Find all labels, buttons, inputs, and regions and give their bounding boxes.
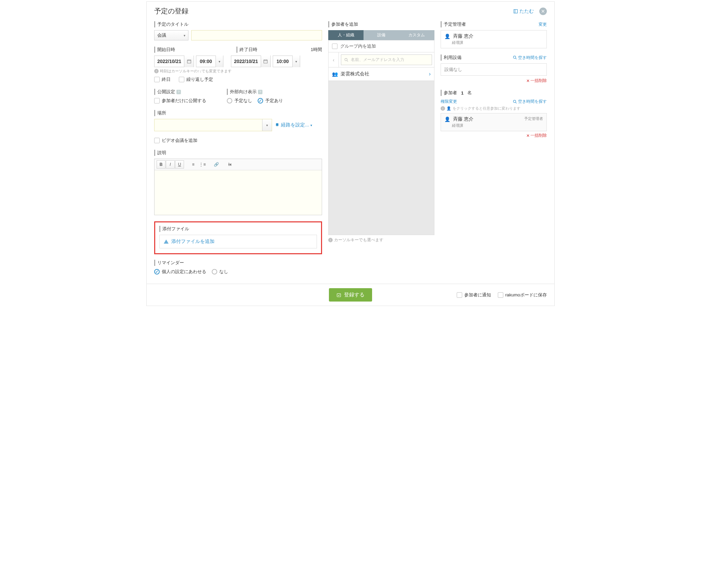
- chevron-down-icon[interactable]: ▾: [216, 56, 223, 67]
- location-label: 場所: [154, 110, 322, 116]
- end-time-input[interactable]: 10:00 ▾: [273, 56, 300, 67]
- unordered-list-button[interactable]: ⋮≡: [198, 160, 207, 169]
- underline-button[interactable]: U: [175, 160, 184, 169]
- reminder-none-radio[interactable]: なし: [212, 269, 228, 275]
- calendar-icon[interactable]: [261, 56, 270, 67]
- tab-equipment[interactable]: 設備: [364, 30, 399, 40]
- participant-card[interactable]: 👤 斉藤 恵介 経理課 予定管理者: [441, 113, 547, 131]
- external-label: 外部向け表示?: [227, 89, 283, 95]
- visibility-label: 公開設定?: [154, 89, 206, 95]
- start-label: 開始日時: [154, 47, 236, 53]
- event-type-select[interactable]: 会議 ▾: [154, 30, 188, 40]
- editor-toolbar: B I U ≡ ⋮≡ 🔗 Ix: [155, 159, 322, 170]
- notify-checkbox[interactable]: 参加者に通知: [457, 292, 491, 298]
- start-time-input[interactable]: 09:00 ▾: [196, 56, 223, 67]
- calendar-check-icon: [336, 293, 341, 297]
- permission-change-link[interactable]: 権限変更: [441, 99, 457, 105]
- chevron-left-icon: ‹: [333, 57, 334, 63]
- start-date-input[interactable]: 2022/10/21: [154, 56, 194, 67]
- description-label: 説明: [154, 150, 322, 156]
- collapse-button[interactable]: たたむ: [513, 8, 534, 14]
- close-icon: ✕: [541, 9, 545, 14]
- route-link[interactable]: 経路を設定... ▾: [275, 122, 312, 128]
- manager-label: 予定管理者 変更: [441, 21, 547, 27]
- register-button[interactable]: 登録する: [329, 288, 372, 302]
- bulk-delete-participants-link[interactable]: ✕ 一括削除: [526, 133, 547, 138]
- external-busy-radio[interactable]: 予定あり: [258, 98, 283, 104]
- title-label: 予定のタイトル: [154, 21, 322, 27]
- search-icon: [344, 58, 349, 62]
- end-date-input[interactable]: 2022/10/21: [231, 56, 271, 67]
- attach-label: 添付ファイル: [159, 226, 317, 232]
- person-icon: 👤: [444, 117, 450, 122]
- svg-point-8: [513, 100, 516, 102]
- help-icon[interactable]: ?: [176, 90, 181, 94]
- equipment-label: 利用設備 空き時間を探す: [441, 54, 547, 61]
- duration-text: 1時間: [311, 47, 322, 53]
- people-icon: 👥: [332, 71, 338, 77]
- organization-row[interactable]: 👥 楽雲株式会社 ›: [328, 68, 434, 81]
- equipment-card: 設備なし: [441, 63, 547, 76]
- tab-custom[interactable]: カスタム: [399, 30, 434, 40]
- svg-rect-2: [264, 60, 268, 63]
- change-manager-link[interactable]: 変更: [539, 22, 547, 27]
- add-attachment-button[interactable]: 添付ファイルを追加: [159, 235, 317, 248]
- info-icon: !: [328, 238, 333, 242]
- svg-point-7: [513, 56, 516, 58]
- allday-checkbox[interactable]: 終日: [154, 76, 171, 83]
- close-icon: ✕: [526, 78, 530, 83]
- info-icon: !: [154, 69, 159, 73]
- video-checkbox[interactable]: ビデオ会議を追加: [154, 137, 322, 144]
- find-free-equipment-link[interactable]: 空き時間を探す: [513, 55, 547, 61]
- ordered-list-button[interactable]: ≡: [189, 160, 198, 169]
- cursor-hint: ! カーソルキーでも選べます: [328, 237, 434, 243]
- bold-button[interactable]: B: [157, 160, 165, 169]
- location-input[interactable]: ▾: [154, 119, 272, 131]
- tab-people[interactable]: 人・組織: [328, 30, 364, 40]
- participants-add-label: 参加者を追加: [328, 21, 434, 27]
- participant-list-area: [328, 81, 434, 235]
- svg-rect-1: [187, 60, 191, 63]
- calendar-icon[interactable]: [184, 56, 194, 67]
- back-button[interactable]: ‹: [329, 52, 339, 67]
- bulk-delete-equipment-link[interactable]: ✕ 一括削除: [526, 78, 547, 84]
- title-input[interactable]: [191, 30, 322, 40]
- description-editor[interactable]: [155, 170, 322, 215]
- save-board-checkbox[interactable]: rakumoボードに保存: [498, 292, 547, 298]
- optional-hint: ! 👤 をクリックすると任意参加に変わります: [441, 106, 547, 111]
- link-button[interactable]: 🔗: [212, 160, 221, 169]
- close-icon: ✕: [526, 133, 530, 138]
- svg-rect-9: [337, 293, 341, 296]
- attachment-section: 添付ファイル 添付ファイルを追加: [154, 221, 322, 254]
- drive-icon: [164, 240, 169, 244]
- clear-format-button[interactable]: Ix: [225, 160, 234, 169]
- repeat-checkbox[interactable]: 繰り返し予定: [179, 76, 213, 83]
- train-icon: [275, 123, 280, 127]
- svg-rect-0: [514, 9, 518, 13]
- italic-button[interactable]: I: [166, 160, 175, 169]
- external-none-radio[interactable]: 予定なし: [227, 98, 252, 104]
- collapse-icon: [513, 9, 518, 14]
- svg-point-6: [345, 58, 347, 61]
- role-badge: 予定管理者: [524, 116, 543, 121]
- manager-card: 👤 斉藤 恵介 経理課: [441, 30, 547, 48]
- close-button[interactable]: ✕: [539, 8, 547, 15]
- person-icon: 👤: [444, 34, 450, 39]
- participant-search-input[interactable]: 名前、メールアドレスを入力: [341, 54, 432, 65]
- svg-point-5: [278, 125, 278, 126]
- reminder-personal-radio[interactable]: 個人の設定にあわせる: [154, 269, 206, 275]
- chevron-down-icon[interactable]: ▾: [292, 56, 300, 67]
- svg-rect-3: [276, 123, 279, 126]
- reminder-label: リマインダー: [154, 260, 322, 266]
- chevron-down-icon[interactable]: ▾: [262, 119, 272, 131]
- info-icon: !: [441, 106, 445, 111]
- find-free-participants-link[interactable]: 空き時間を探す: [513, 99, 547, 105]
- person-icon: 👤: [446, 106, 451, 111]
- visibility-checkbox[interactable]: 参加者だけに公開する: [154, 98, 206, 104]
- participants-label: 参加者 1 名: [441, 90, 547, 96]
- chevron-right-icon: ›: [429, 71, 431, 77]
- add-group-row[interactable]: グループ内を追加: [328, 40, 434, 52]
- time-hint: ! 時刻はカーソルキーの↑↓でも変更できます: [154, 69, 322, 74]
- svg-point-4: [276, 125, 277, 126]
- help-icon[interactable]: ?: [258, 90, 262, 94]
